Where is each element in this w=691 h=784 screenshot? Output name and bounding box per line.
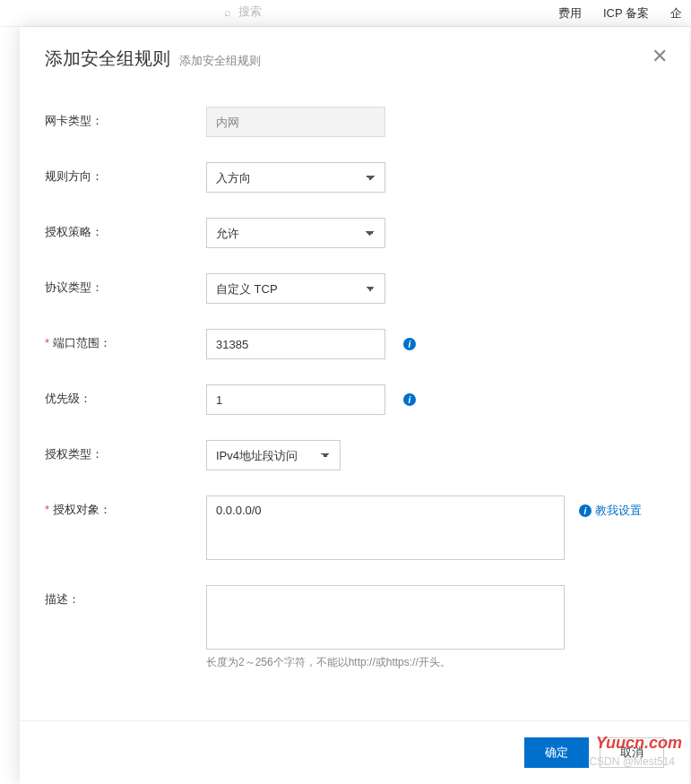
close-icon[interactable]: ✕ [652,47,668,66]
select-direction[interactable]: 入方向 [206,162,385,193]
bg-search-placeholder: 搜索 [238,4,262,20]
select-auth-type[interactable]: IPv4地址段访问 [206,440,341,470]
label-policy: 授权策略： [45,218,206,240]
select-policy[interactable]: 允许 [206,218,385,248]
row-auth-type: 授权类型： IPv4地址段访问 [45,440,664,470]
description-hint: 长度为2～256个字符，不能以http://或https://开头。 [206,655,565,670]
input-port-range[interactable] [206,329,385,359]
row-auth-object: 授权对象： i 教我设置 [45,495,664,560]
modal-footer: 确定 取消 [20,720,689,784]
cancel-button[interactable]: 取消 [600,737,664,768]
label-direction: 规则方向： [45,162,206,185]
modal-title: 添加安全组规则 [45,47,170,71]
label-protocol: 协议类型： [45,273,206,296]
nav-item[interactable]: ICP 备案 [603,5,649,22]
label-auth-type: 授权类型： [45,440,206,462]
label-auth-object: 授权对象： [45,495,206,518]
row-description: 描述： 长度为2～256个字符，不能以http://或https://开头。 [45,585,664,670]
row-nic-type: 网卡类型： 内网 [45,107,664,137]
add-security-rule-modal: 添加安全组规则 添加安全组规则 ✕ 网卡类型： 内网 规则方向： 入方向 授权策… [20,27,689,784]
info-icon: i [579,504,592,517]
modal-header: 添加安全组规则 添加安全组规则 ✕ [20,27,689,80]
row-protocol: 协议类型： 自定义 TCP [45,273,664,304]
modal-subtitle: 添加安全组规则 [179,53,261,69]
info-icon[interactable]: i [403,338,416,350]
label-nic-type: 网卡类型： [45,107,206,129]
label-priority: 优先级： [45,384,206,407]
input-priority[interactable] [206,384,385,415]
select-nic-type: 内网 [206,107,385,137]
nav-item[interactable]: 企 [670,5,682,22]
bg-search: ⌕ 搜索 [224,4,262,20]
select-protocol[interactable]: 自定义 TCP [206,273,385,304]
info-icon[interactable]: i [403,393,416,406]
help-link-text: 教我设置 [595,503,642,519]
label-description: 描述： [45,585,206,607]
row-direction: 规则方向： 入方向 [45,162,664,193]
row-policy: 授权策略： 允许 [45,218,664,248]
help-link-auth-object[interactable]: i 教我设置 [579,503,642,519]
nav-item[interactable]: 费用 [558,5,582,22]
bg-header: ⌕ 搜索 费用 ICP 备案 企 [0,0,691,27]
search-icon: ⌕ [224,5,231,19]
row-priority: 优先级： i [45,384,664,415]
row-port-range: 端口范围： i [45,329,664,359]
confirm-button[interactable]: 确定 [524,737,589,768]
textarea-auth-object[interactable] [206,495,565,560]
modal-body: 网卡类型： 内网 规则方向： 入方向 授权策略： 允许 协议类型： 自定义 TC… [20,80,689,720]
bg-nav: 费用 ICP 备案 企 [558,5,682,22]
label-port-range: 端口范围： [45,329,206,351]
textarea-description[interactable] [206,585,565,650]
